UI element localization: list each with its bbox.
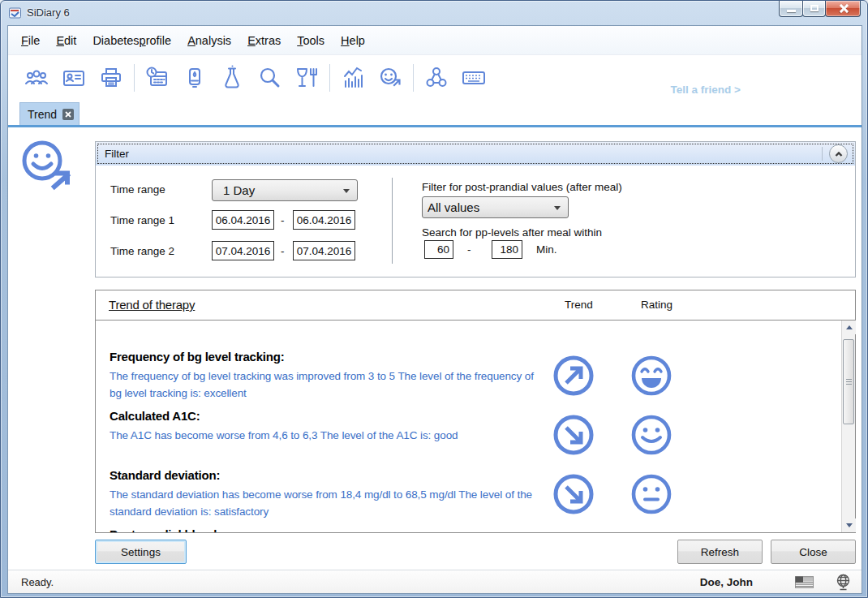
trend-row-frequency: Frequency of bg level tracking: The freq… (96, 350, 841, 409)
scroll-down-button[interactable] (842, 518, 856, 532)
trend-smiley-icon (376, 64, 404, 92)
search-icon (256, 64, 283, 92)
status-bar: Ready. Doe, John (8, 570, 862, 593)
trend-row-postprandial: Postprandial blood sugar: (96, 527, 841, 532)
share-icon (423, 64, 450, 92)
pp-from-input[interactable] (424, 240, 453, 259)
row-heading: Frequency of bg level tracking: (110, 350, 841, 364)
titlebar[interactable]: SiDiary 6 (1, 1, 867, 25)
chevron-down-icon (554, 206, 561, 210)
pp-unit-label: Min. (536, 243, 557, 256)
trend-down-icon (552, 473, 595, 515)
menu-edit[interactable]: Edit (48, 34, 84, 47)
row-description: The frequency of bg level tracking was i… (110, 368, 538, 402)
trend-list-viewport: Frequency of bg level tracking: The freq… (96, 321, 841, 532)
users-toolbar-button[interactable] (18, 60, 55, 96)
settings-button[interactable]: Settings (95, 540, 187, 564)
current-user: Doe, John (700, 576, 753, 588)
status-text: Ready. (21, 576, 54, 588)
calendar-clock-icon (144, 64, 171, 92)
printer-icon (97, 64, 125, 92)
tab-trend[interactable]: Trend (19, 102, 79, 125)
chevron-down-icon (343, 189, 350, 193)
menu-help[interactable]: Help (333, 34, 373, 47)
glucose-meter-toolbar-button[interactable] (176, 60, 213, 96)
time-range-select[interactable]: 1 Day (212, 179, 358, 201)
menu-file[interactable]: File (13, 34, 48, 47)
tab-label: Trend (28, 108, 57, 121)
toolbar-separator (329, 64, 330, 92)
globe-icon[interactable] (835, 574, 852, 591)
close-window-button[interactable] (825, 1, 861, 17)
vertical-scrollbar[interactable] (841, 321, 855, 532)
maximize-button[interactable] (802, 1, 826, 17)
tell-a-friend-link[interactable]: Tell a friend > (671, 84, 741, 96)
trend-column-header: Trend (565, 299, 593, 311)
window-title: SiDiary 6 (27, 6, 70, 19)
trend-section-title: Trend of therapy (109, 298, 195, 312)
row-description: The A1C has become worse from 4,6 to 6,3… (110, 427, 538, 444)
close-icon (839, 4, 849, 13)
rating-happy-icon (630, 414, 672, 456)
nutrition-toolbar-button[interactable] (288, 60, 325, 96)
scrollbar-thumb[interactable] (843, 339, 854, 424)
time-range1-label: Time range 1 (110, 214, 174, 226)
row-heading: Calculated A1C: (110, 409, 841, 423)
minimize-icon (787, 10, 796, 12)
menu-diabetesprofile[interactable]: Diabetesprofile (84, 34, 179, 47)
filter-title: Filter (105, 148, 129, 160)
lab-values-toolbar-button[interactable] (213, 60, 251, 96)
scroll-up-button[interactable] (842, 321, 856, 334)
users-icon (22, 64, 51, 92)
menu-bar: File Edit Diabetesprofile Analysis Extra… (8, 26, 862, 55)
menu-extras[interactable]: Extras (239, 34, 289, 47)
menu-analysis[interactable]: Analysis (179, 34, 239, 47)
rating-neutral-icon (630, 473, 672, 515)
tab-bar: Trend (8, 101, 862, 127)
language-flag-icon[interactable] (795, 576, 814, 588)
statistics-icon (339, 64, 367, 92)
print-toolbar-button[interactable] (92, 60, 130, 96)
range-separator: - (281, 214, 285, 226)
app-client-area: File Edit Diabetesprofile Analysis Extra… (7, 25, 862, 594)
trend-up-icon (552, 355, 595, 397)
time-range2-from-input[interactable] (212, 241, 274, 260)
flask-icon (218, 64, 246, 92)
keyboard-toolbar-button[interactable] (455, 60, 492, 96)
pp-search-label: Search for pp-levels after meal within (422, 226, 602, 239)
time-range2-label: Time range 2 (110, 245, 174, 257)
menu-tools[interactable]: Tools (289, 34, 333, 47)
app-window: SiDiary 6 File Edit Diabetesprofile Anal… (0, 0, 868, 598)
trend-toolbar-button[interactable] (372, 60, 409, 96)
arrow-down-icon (846, 523, 853, 527)
time-range2-to-input[interactable] (293, 241, 355, 260)
range-separator: - (467, 243, 471, 256)
chevron-up-icon (833, 148, 844, 160)
share-toolbar-button[interactable] (418, 60, 455, 96)
toolbar-separator (413, 64, 414, 92)
filter-panel: Filter Time range 1 Day Time range 1 - T… (95, 141, 856, 277)
minimize-button[interactable] (779, 1, 803, 17)
trend-down-icon (552, 414, 595, 456)
trend-row-std-deviation: Standard deviation: The standard deviati… (96, 468, 841, 527)
toolbar: Tell a friend > (8, 55, 862, 101)
app-icon (8, 6, 23, 20)
rating-laughing-icon (630, 355, 672, 397)
time-range1-to-input[interactable] (293, 210, 355, 230)
pp-filter-select[interactable]: All values (422, 196, 569, 218)
search-toolbar-button[interactable] (251, 60, 288, 96)
tab-close-button[interactable] (62, 109, 74, 120)
pp-to-input[interactable] (492, 240, 522, 259)
time-range-label: Time range (110, 183, 165, 196)
food-drink-icon (293, 64, 320, 92)
row-heading: Standard deviation: (110, 468, 841, 482)
patient-profile-toolbar-button[interactable] (55, 60, 92, 96)
collapse-button[interactable] (829, 144, 848, 163)
close-button[interactable]: Close (771, 540, 856, 564)
time-range1-from-input[interactable] (212, 210, 274, 230)
refresh-button[interactable]: Refresh (677, 540, 763, 564)
arrow-up-icon (846, 325, 853, 329)
filter-header[interactable]: Filter (96, 142, 855, 166)
diary-toolbar-button[interactable] (139, 60, 176, 96)
statistics-toolbar-button[interactable] (334, 60, 372, 96)
